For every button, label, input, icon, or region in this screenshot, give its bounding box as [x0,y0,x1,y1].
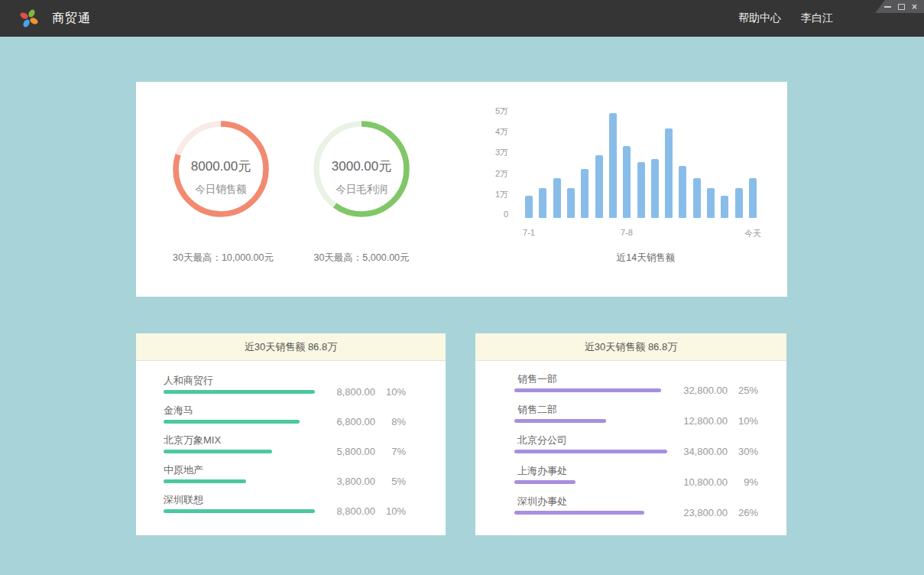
app-title: 商贸通 [52,0,91,37]
today-profit-30d-max: 30天最高：5,000.00元 [277,252,446,265]
user-menu[interactable]: 李白江 [801,11,833,25]
ranking-row: 金海马 6,800.00 8% [136,404,446,434]
sales-14d-bar-chart [525,111,757,218]
customer-ranking-header: 近30天销售额 86.8万 [136,333,446,361]
ranking-values: 32,800.00 25% [663,385,758,396]
ranking-values: 12,800.00 10% [663,415,758,427]
ranking-bar [514,511,644,515]
customer-ranking-rows: 人和商贸行 8,800.00 10% 金海马 6,800.00 8% 北京万象M… [136,361,446,524]
x-axis-tick: 7-8 [604,228,650,237]
ranking-percent: 26% [728,507,758,518]
sales-day-bar [553,178,561,218]
ranking-values: 8,800.00 10% [322,505,406,517]
titlebar: 商贸通 帮助中心 李白江 × [0,0,924,37]
department-ranking-rows: 销售一部 32,800.00 25% 销售二部 12,800.00 10% 北京… [475,361,786,526]
ranking-amount: 8,800.00 [322,386,375,398]
ranking-percent: 25% [728,385,758,396]
sales-day-bar [623,146,631,218]
maximize-icon[interactable] [898,4,905,10]
ranking-bar [514,480,575,484]
sales-day-bar [567,188,575,218]
y-axis-tick: 3万 [470,147,508,158]
sales-day-bar [749,178,757,218]
x-axis-tick: 今天 [730,228,776,239]
sales-day-bar [651,159,659,219]
y-axis-tick: 4万 [470,126,508,138]
sales-day-bar [665,128,673,218]
today-profit-amount: 3000.00元 [293,158,430,175]
sales-14d-chart-title: 近14天销售额 [569,252,722,265]
ranking-row: 北京分公司 34,800.00 30% [475,434,786,465]
customer-ranking-card: 近30天销售额 86.8万 人和商贸行 8,800.00 10% 金海马 6,8… [136,333,446,535]
sales-day-bar [679,166,686,218]
minimize-icon[interactable] [884,6,891,8]
ranking-label: 北京分公司 [475,434,786,447]
ranking-percent: 7% [375,446,406,457]
ranking-amount: 12,800.00 [663,415,728,427]
sales-day-bar [609,113,617,218]
ranking-amount: 32,800.00 [663,385,728,396]
sales-day-bar [581,169,588,218]
sales-day-bar [693,178,701,218]
overview-card: 8000.00元 今日销售额 30天最高：10,000.00元 3000.00元… [136,82,787,297]
sales-day-bar [525,196,533,218]
ranking-values: 5,800.00 7% [322,446,406,457]
ranking-values: 10,800.00 9% [663,476,758,488]
ranking-amount: 34,800.00 [663,446,728,457]
ranking-label: 北京万象MIX [136,434,446,447]
today-sales-label: 今日销售额 [152,183,290,197]
ranking-row: 中原地产 3,800.00 5% [136,464,446,494]
titlebar-links: 帮助中心 李白江 [738,0,833,37]
ranking-values: 6,800.00 8% [322,416,406,427]
ranking-amount: 3,800.00 [322,476,375,487]
ranking-row: 人和商贸行 8,800.00 10% [136,375,446,404]
y-axis-tick: 2万 [470,168,508,180]
today-sales-amount: 8000.00元 [152,158,290,175]
sales-day-bar [637,162,645,218]
ranking-label: 销售二部 [475,404,786,416]
sales-day-bar [707,188,715,218]
ranking-percent: 30% [728,446,758,457]
today-profit-text: 3000.00元 今日毛利润 [293,158,430,197]
ranking-label: 销售一部 [475,373,786,385]
department-ranking-card: 近30天销售额 86.8万 销售一部 32,800.00 25% 销售二部 12… [475,333,786,535]
ranking-bar [514,388,661,392]
ranking-percent: 10% [375,505,406,517]
ranking-bar [164,509,315,513]
help-center-link[interactable]: 帮助中心 [738,11,781,25]
ranking-values: 8,800.00 10% [322,386,406,398]
ranking-amount: 10,800.00 [663,476,728,488]
ranking-bar [164,390,315,394]
sales-day-bar [539,188,546,218]
y-axis-tick: 1万 [470,189,508,200]
ranking-label: 深圳办事处 [475,495,786,508]
ranking-row: 深圳联想 8,800.00 10% [136,494,446,524]
ranking-label: 金海马 [136,404,446,417]
ranking-amount: 23,800.00 [663,507,728,518]
ranking-row: 上海办事处 10,800.00 9% [475,465,786,495]
ranking-bar [164,479,246,483]
ranking-values: 3,800.00 5% [322,476,406,487]
ranking-percent: 10% [375,386,406,398]
ranking-label: 深圳联想 [136,494,446,506]
today-profit-label: 今日毛利润 [293,183,430,197]
ranking-bar [164,420,300,424]
ranking-values: 34,800.00 30% [663,446,758,457]
ranking-label: 上海办事处 [475,465,786,477]
ranking-bar [514,450,667,453]
ranking-amount: 8,800.00 [322,505,375,517]
ranking-amount: 5,800.00 [322,446,375,457]
close-icon[interactable]: × [912,4,917,10]
ranking-row: 销售二部 12,800.00 10% [475,404,786,434]
ranking-label: 中原地产 [136,464,446,476]
ranking-row: 销售一部 32,800.00 25% [475,373,786,404]
ranking-label: 人和商贸行 [136,375,446,387]
ranking-row: 北京万象MIX 5,800.00 7% [136,434,446,464]
ranking-percent: 10% [728,415,758,427]
department-ranking-header: 近30天销售额 86.8万 [475,333,786,361]
sales-day-bar [721,196,728,218]
ranking-values: 23,800.00 26% [663,507,758,518]
ranking-percent: 9% [728,476,758,488]
y-axis-tick: 5万 [470,106,508,117]
ranking-bar [514,419,606,423]
